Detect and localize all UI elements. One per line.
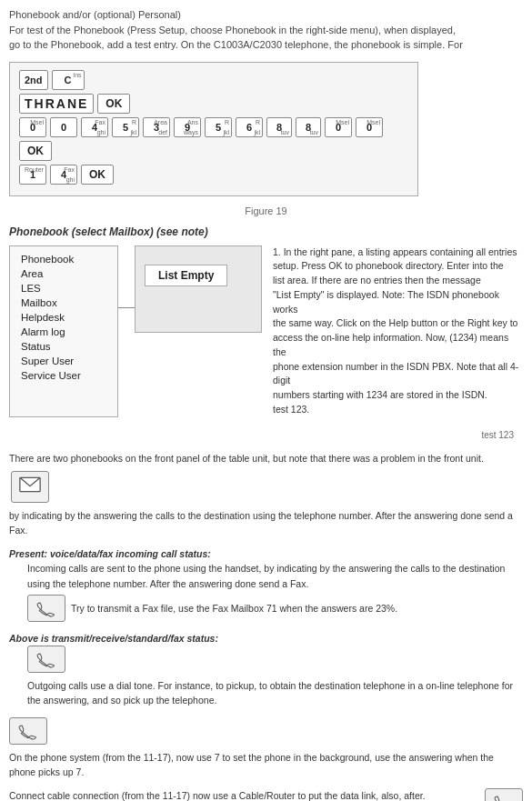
sidebar-menu: Phonebook Area LES Mailbox Helpdesk Alar… <box>9 245 118 417</box>
phone-icon-1 <box>27 595 65 622</box>
right-line: numbers starting with 1234 are stored in… <box>273 388 523 403</box>
phone-icon-4 <box>485 788 523 801</box>
sidebar-item-serviceuser[interactable]: Service User <box>10 368 117 383</box>
right-line: "List Empty" is displayed. Note: The ISD… <box>273 288 523 317</box>
key-0-msel3[interactable]: 0 Msel <box>356 117 383 137</box>
key-thrane: THRANE <box>19 94 94 114</box>
key-ok-thrane[interactable]: OK <box>97 94 130 114</box>
section4-block: On the phone system (from the 11-17), no… <box>9 717 523 780</box>
section2-text: Incoming calls are sent to the phone usi… <box>9 561 523 591</box>
section3-text: Outgoing calls use a dial tone. For inst… <box>9 646 523 708</box>
key-5-r-jkl1[interactable]: 5 R jkl <box>112 117 139 137</box>
key-1-router[interactable]: 1 Router <box>19 165 46 185</box>
section1-text2: by indicating by the answering the calls… <box>9 508 523 538</box>
keypad-container: 2nd C Ins THRANE OK 0 Msel 0 <box>9 62 418 196</box>
right-line: access the on-line help information. Now… <box>273 331 523 360</box>
phone-icon-2 <box>27 646 65 673</box>
right-line: setup. Press OK to phonebook directory. … <box>273 259 523 274</box>
sidebar-item-alarmlog[interactable]: Alarm log <box>10 325 117 339</box>
section2-block: Present: voice/data/fax incoming call st… <box>9 546 523 622</box>
top-text-block: Phonebook and/or (optional) Personal) Fo… <box>9 7 523 53</box>
key-4-fax[interactable]: 4 Fax ghi <box>81 117 108 137</box>
connector-line <box>118 307 135 308</box>
right-line: the same way. Click on the Help button o… <box>273 316 523 331</box>
key-ok-row5[interactable]: OK <box>81 165 114 185</box>
key-4-ghi-row5[interactable]: 4 Fax ghi <box>50 165 77 185</box>
top-line2: For test of the Phonebook (Press Setup, … <box>9 23 523 38</box>
right-line: list area. If there are no entries then … <box>273 274 523 288</box>
sidebar-item-les[interactable]: LES <box>10 281 117 295</box>
right-text-block: 1. In the right pane, a listing appears … <box>262 245 523 417</box>
section5-block: Connect cable connection (from the 11-17… <box>9 788 523 801</box>
key-5-r-jkl2[interactable]: 5 R jkl <box>205 117 232 137</box>
key-ok-row4[interactable]: OK <box>19 141 52 161</box>
section3-block: Above is transmit/receive/standard/fax s… <box>9 631 523 708</box>
key-8-tuv1[interactable]: 8 tuv <box>266 117 292 137</box>
right-line: phone extension number in the ISDN PBX. … <box>273 360 523 389</box>
list-empty-panel: List Empty <box>135 245 262 333</box>
right-line: test 123. <box>273 403 523 417</box>
right-line: 1. In the right pane, a listing appears … <box>273 245 523 260</box>
main-content-row: Phonebook Area LES Mailbox Helpdesk Alar… <box>9 245 523 417</box>
sidebar-item-mailbox[interactable]: Mailbox <box>10 295 117 310</box>
keypad-row4: OK <box>19 141 408 161</box>
section1-text1: There are two phonebooks on the front pa… <box>9 451 484 466</box>
key-3-area[interactable]: 3 Area def <box>143 117 170 137</box>
key-9-ans[interactable]: 9 Ans ways <box>174 117 201 137</box>
sidebar-item-helpdesk[interactable]: Helpdesk <box>10 310 117 325</box>
key-2nd[interactable]: 2nd <box>19 70 48 90</box>
key-c-ins[interactable]: C Ins <box>52 70 85 90</box>
envelope-icon <box>11 471 49 502</box>
keypad-row2: THRANE OK <box>19 94 408 114</box>
key-6-r-jkl[interactable]: 6 R jkl <box>236 117 263 137</box>
section1-block: There are two phonebooks on the front pa… <box>9 451 523 537</box>
section5-content: Connect cable connection (from the 11-17… <box>9 788 523 801</box>
sidebar-item-phonebook[interactable]: Phonebook <box>10 252 117 266</box>
top-line3: go to the Phonebook, add a test entry. O… <box>9 37 523 53</box>
sidebar-item-status[interactable]: Status <box>10 339 117 354</box>
phone-icon-3 <box>9 717 47 745</box>
top-line1: Phonebook and/or (optional) Personal) <box>9 7 523 23</box>
section2-label: Present: voice/data/fax incoming call st… <box>9 546 523 561</box>
section4-content: On the phone system (from the 11-17), no… <box>9 717 523 780</box>
section2-icon-row: Try to transmit a Fax file, use the Fax … <box>9 595 523 622</box>
keypad-row5: 1 Router 4 Fax ghi OK <box>19 165 408 185</box>
keypad-row1: 2nd C Ins <box>19 70 408 90</box>
connector-group: List Empty <box>118 245 262 417</box>
key-0-msel2[interactable]: 0 Msel <box>325 117 352 137</box>
section-heading: Phonebook (select Mailbox) (see note) <box>9 225 523 238</box>
test-123-label: test 123 <box>9 428 523 443</box>
sidebar-item-superuser[interactable]: Super User <box>10 354 117 368</box>
fig-caption: Figure 19 <box>9 205 523 216</box>
sidebar-item-area[interactable]: Area <box>10 266 117 281</box>
section2-fax-text: Try to transmit a Fax file, use the Fax … <box>71 601 397 616</box>
section3-label: Above is transmit/receive/standard/fax s… <box>9 631 523 646</box>
list-empty-label: List Empty <box>145 265 227 286</box>
key-0-plain[interactable]: 0 <box>50 117 77 137</box>
key-0-msel1[interactable]: 0 Msel <box>19 117 46 137</box>
key-8-tuv2[interactable]: 8 tuv <box>296 117 321 137</box>
keypad-row3: 0 Msel 0 4 Fax ghi 5 R jkl 3 Area def <box>19 117 408 137</box>
